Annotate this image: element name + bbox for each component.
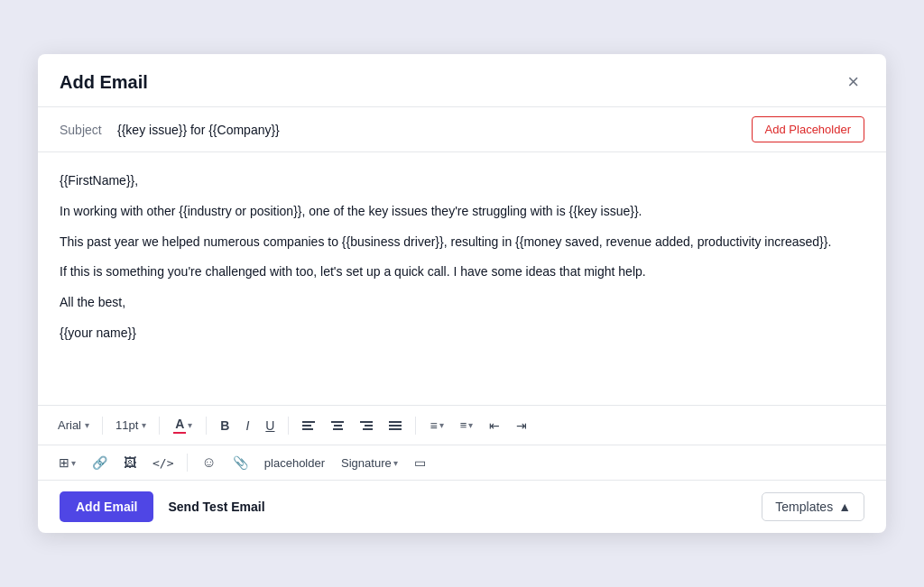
attach-button[interactable]: 📎: [226, 452, 254, 473]
indent-button[interactable]: ⇥: [510, 415, 533, 436]
bullet-list-button[interactable]: ≡ ▾: [423, 415, 449, 436]
font-family-chevron-icon: ▾: [85, 420, 89, 430]
emoji-icon: ☺: [201, 454, 216, 471]
table-button[interactable]: ⊞ ▾: [52, 452, 82, 473]
align-center-icon: [331, 421, 344, 430]
font-size-chevron-icon: ▾: [142, 420, 146, 430]
modal-overlay: Add Email × Subject {{key issue}} for {{…: [0, 0, 924, 587]
bold-button[interactable]: B: [214, 415, 236, 436]
link-button[interactable]: 🔗: [86, 452, 114, 473]
numbered-list-chevron-icon: ▾: [468, 420, 473, 430]
toolbar-row-2: ⊞ ▾ 🔗 🖼 </> ☺ 📎: [38, 445, 886, 480]
toolbar-row-1: Arial ▾ 11pt ▾ A ▾ B I: [38, 405, 886, 445]
email-body[interactable]: {{FirstName}}, In working with other {{i…: [38, 152, 886, 405]
bullet-list-icon: ≡: [430, 418, 437, 433]
font-family-label: Arial: [58, 418, 81, 432]
subject-value: {{key issue}} for {{Company}}: [117, 123, 741, 137]
email-line-3: This past year we helped numerous compan…: [60, 232, 864, 253]
subject-label: Subject: [60, 123, 106, 137]
signature-label: Signature: [341, 456, 392, 470]
toolbar-divider-2: [159, 417, 160, 435]
placeholder-button[interactable]: placeholder: [258, 453, 331, 473]
modal-header: Add Email ×: [38, 54, 886, 107]
attach-icon: 📎: [233, 455, 248, 470]
numbered-list-icon: ≡: [460, 418, 467, 432]
signature-chevron-icon: ▾: [393, 458, 398, 468]
add-email-modal: Add Email × Subject {{key issue}} for {{…: [38, 54, 886, 533]
link-icon: 🔗: [92, 455, 107, 470]
indent-icon: ⇥: [516, 418, 527, 433]
email-line-6: {{your name}}: [60, 323, 864, 344]
bullet-list-chevron-icon: ▾: [439, 420, 444, 430]
text-color-icon: A: [173, 417, 186, 434]
footer-row: Add Email Send Test Email Templates ▲: [38, 480, 886, 533]
code-button[interactable]: </>: [146, 453, 180, 473]
modal-title: Add Email: [60, 72, 148, 93]
image-button[interactable]: 🖼: [117, 452, 143, 473]
video-icon: ▭: [414, 455, 426, 470]
templates-button[interactable]: Templates ▲: [762, 492, 864, 521]
send-test-button[interactable]: Send Test Email: [168, 500, 264, 514]
emoji-button[interactable]: ☺: [195, 451, 222, 474]
add-email-button[interactable]: Add Email: [60, 491, 153, 522]
numbered-list-button[interactable]: ≡ ▾: [454, 415, 480, 436]
align-center-button[interactable]: [325, 417, 350, 434]
text-color-button[interactable]: A ▾: [167, 413, 199, 437]
email-line-1: {{FirstName}},: [60, 170, 864, 192]
close-button[interactable]: ×: [842, 70, 864, 94]
toolbar-divider-5: [415, 417, 416, 435]
font-size-label: 11pt: [116, 418, 138, 432]
underline-button[interactable]: U: [259, 415, 281, 436]
email-line-4: If this is something you're challenged w…: [60, 261, 864, 283]
font-family-selector[interactable]: Arial ▾: [52, 416, 95, 435]
italic-button[interactable]: I: [239, 415, 255, 436]
font-size-selector[interactable]: 11pt ▾: [110, 416, 152, 435]
outdent-button[interactable]: ⇤: [483, 415, 506, 436]
align-left-icon: [302, 421, 315, 430]
footer-left: Add Email Send Test Email: [60, 491, 265, 522]
image-icon: 🖼: [124, 455, 136, 470]
templates-label: Templates: [775, 500, 833, 514]
table-icon: ⊞: [59, 455, 69, 470]
toolbar-divider-4: [288, 417, 289, 435]
subject-row: Subject {{key issue}} for {{Company}} Ad…: [38, 107, 886, 152]
templates-chevron-icon: ▲: [838, 500, 851, 514]
code-icon: </>: [152, 456, 173, 470]
align-right-button[interactable]: [354, 417, 379, 434]
align-right-icon: [360, 421, 373, 430]
add-placeholder-button[interactable]: Add Placeholder: [752, 116, 864, 142]
align-left-button[interactable]: [296, 417, 321, 434]
table-chevron-icon: ▾: [71, 458, 76, 468]
align-justify-icon: [389, 421, 402, 430]
email-line-5: All the best,: [60, 292, 864, 314]
video-button[interactable]: ▭: [408, 452, 432, 473]
align-justify-button[interactable]: [383, 417, 408, 434]
email-line-2: In working with other {{industry or posi…: [60, 201, 864, 223]
signature-button[interactable]: Signature ▾: [335, 453, 404, 473]
toolbar-divider-3: [206, 417, 207, 435]
toolbar-divider-6: [187, 454, 188, 472]
toolbar-divider-1: [102, 417, 103, 435]
text-color-chevron-icon: ▾: [188, 420, 192, 430]
placeholder-label: placeholder: [264, 456, 325, 470]
outdent-icon: ⇤: [489, 418, 500, 433]
